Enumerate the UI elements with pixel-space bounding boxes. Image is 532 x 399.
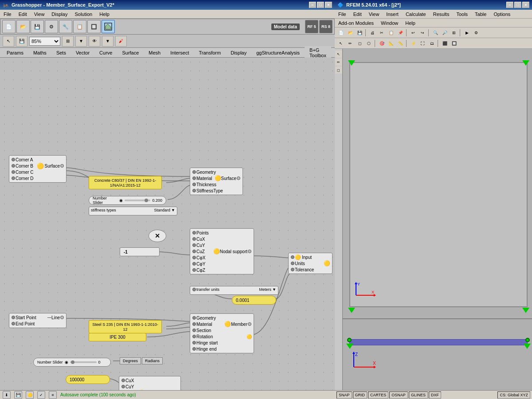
- rfem-tb-new[interactable]: 📄: [336, 29, 345, 37]
- rfem-tb-redo[interactable]: ↪: [418, 29, 427, 37]
- slider-thumb-2[interactable]: [71, 360, 74, 364]
- val-100000-node[interactable]: 100000: [66, 375, 110, 384]
- degrees-btn[interactable]: Degrees: [120, 357, 141, 364]
- tab-transform[interactable]: Transform: [194, 49, 226, 56]
- stiffness-node[interactable]: stiffness types Standard ▼: [89, 207, 177, 215]
- toolbar-icon4[interactable]: 🔲: [87, 20, 101, 33]
- rfem-menu-insert[interactable]: Insert: [383, 11, 402, 18]
- rfem-tb2-12[interactable]: 🔲: [450, 39, 458, 47]
- open-btn[interactable]: 📂: [16, 20, 30, 33]
- member-hinge-node[interactable]: CuX CuY CuZ 🟡 Member Hinge CφX CφY CφZ: [119, 376, 181, 390]
- geometry-node[interactable]: Geometry Material 🟡 Surface Thickness St…: [190, 168, 243, 195]
- rfem-bottom-3d-view[interactable]: X Z: [343, 319, 532, 390]
- view-btn[interactable]: ▼: [75, 36, 87, 47]
- cross-node[interactable]: ✕: [149, 230, 166, 242]
- toolbar-icon2[interactable]: 🔧: [59, 20, 72, 33]
- tab-curve[interactable]: Curve: [94, 49, 117, 56]
- rfem-tb2-5[interactable]: 🎯: [377, 39, 386, 47]
- rfem-minimize-btn[interactable]: −: [506, 2, 513, 8]
- rfem-menu-edit[interactable]: Edit: [350, 11, 365, 18]
- save-btn[interactable]: 💾: [31, 20, 44, 33]
- minimize-btn[interactable]: −: [309, 2, 316, 8]
- rfem-3d-view[interactable]: X Y: [343, 49, 532, 390]
- menu-help[interactable]: Help: [96, 11, 113, 18]
- rfem-tb2-10[interactable]: 🗂: [427, 39, 436, 47]
- left-tb-2[interactable]: ✏: [335, 59, 342, 66]
- startend-node[interactable]: Start Point — Line End Point: [9, 313, 66, 328]
- rfem-tb-zoom-all[interactable]: ⊞: [450, 29, 458, 37]
- gh-canvas[interactable]: Corner A Corner B 🟡 Surface Corner C Cor…: [0, 58, 335, 390]
- tab-surface[interactable]: Surface: [117, 49, 144, 56]
- status-grid[interactable]: GRID: [353, 391, 368, 399]
- rfem-tb-zoom-out[interactable]: 🔎: [440, 29, 449, 37]
- rfem-tb-settings[interactable]: ⚙: [472, 29, 481, 37]
- rfem-tb2-1[interactable]: ↖: [336, 39, 345, 47]
- neg1-node[interactable]: -1: [120, 247, 160, 256]
- status-icon1[interactable]: ⬇: [3, 391, 11, 399]
- rfem-close-btn[interactable]: ×: [522, 2, 529, 8]
- toolbar-icon5[interactable]: [102, 20, 115, 33]
- menu-file[interactable]: File: [0, 11, 15, 18]
- rfem-menu-file[interactable]: File: [335, 11, 350, 18]
- number-slider-2[interactable]: Number Slider ◉ 0: [33, 358, 111, 367]
- rfem-menu-table[interactable]: Table: [471, 11, 490, 18]
- rfem-tb-copy[interactable]: 📋: [387, 29, 395, 37]
- rfem-tb-cut[interactable]: ✂: [377, 29, 386, 37]
- rfem-tb2-6[interactable]: 📐: [387, 39, 395, 47]
- status-dxf[interactable]: DXF: [429, 391, 441, 399]
- nodal-support-node[interactable]: Points CuX CuY CuZ 🟡 Nodal support CφX C…: [190, 228, 254, 274]
- paint-btn[interactable]: 🖌: [115, 36, 127, 47]
- rfem-tb-undo[interactable]: ↩: [409, 29, 418, 37]
- slider-track-1[interactable]: [125, 200, 150, 201]
- rfem-tb-save[interactable]: 💾: [355, 29, 364, 37]
- addon-help[interactable]: Help: [402, 20, 419, 27]
- tab-vector[interactable]: Vector: [71, 49, 94, 56]
- close-btn[interactable]: ×: [325, 2, 332, 8]
- status-osnap[interactable]: OSNAP: [389, 391, 408, 399]
- tab-mesh[interactable]: Mesh: [144, 49, 165, 56]
- zoom-select[interactable]: 85% 100% 50%: [29, 37, 60, 46]
- rfem-menu-calc[interactable]: Calculate: [402, 11, 430, 18]
- dropdown-icon[interactable]: ▼: [171, 208, 175, 212]
- slider-track-2[interactable]: [70, 361, 97, 363]
- rfem-maximize-btn[interactable]: □: [514, 2, 521, 8]
- tab-bg[interactable]: B+G Toolbox: [305, 46, 331, 59]
- tab-maths[interactable]: Maths: [28, 49, 51, 56]
- status-glines[interactable]: GLINES: [409, 391, 428, 399]
- tab-display[interactable]: Display: [226, 49, 251, 56]
- tab-intersect[interactable]: Intersect: [165, 49, 194, 56]
- tu-dropdown[interactable]: ▼: [272, 287, 276, 292]
- arrow-btn[interactable]: ↖: [3, 36, 14, 47]
- toolbar-icon1[interactable]: ⚙: [45, 20, 58, 33]
- new-btn[interactable]: 📄: [2, 20, 16, 33]
- rfem-tb2-7[interactable]: 📏: [396, 39, 405, 47]
- rfem-tb-print[interactable]: 🖨: [368, 29, 377, 37]
- rfem-tb-zoom-in[interactable]: 🔍: [431, 29, 440, 37]
- tab-sets[interactable]: Sets: [51, 49, 71, 56]
- status-icon4[interactable]: ✓: [37, 391, 45, 399]
- toolbar-icon3[interactable]: 📋: [73, 20, 86, 33]
- rfem-tb-render[interactable]: ▶: [462, 29, 471, 37]
- left-tb-3[interactable]: ◻: [335, 66, 342, 74]
- ipe-node[interactable]: IPE 300: [89, 333, 146, 341]
- status-icon2[interactable]: 💾: [14, 391, 22, 399]
- rs8-btn[interactable]: RS 8: [319, 20, 332, 33]
- slider-thumb-1[interactable]: [145, 199, 148, 202]
- rfem-tb2-9[interactable]: ⛶: [418, 39, 427, 47]
- menu-display[interactable]: Display: [48, 11, 71, 18]
- grid-btn[interactable]: ⊞: [62, 36, 74, 47]
- addon-window[interactable]: Window: [377, 20, 402, 27]
- rfem-tb2-11[interactable]: ⬛: [440, 39, 449, 47]
- menu-edit[interactable]: Edit: [15, 11, 31, 18]
- menu-solution[interactable]: Solution: [71, 11, 96, 18]
- status-icon3[interactable]: 🟡: [26, 391, 34, 399]
- rfem-tb2-3[interactable]: ◻: [355, 39, 364, 47]
- concrete-node[interactable]: Concrete C80/37 | DIN EN 1992-1-1/NA/A1:…: [89, 176, 162, 189]
- status-cartes[interactable]: CARTES: [368, 391, 388, 399]
- rfem-top-3d-view[interactable]: X Y: [343, 49, 532, 319]
- corners-node[interactable]: Corner A Corner B 🟡 Surface Corner C Cor…: [9, 155, 66, 183]
- rf5-btn[interactable]: RF 5: [305, 20, 318, 33]
- floppy-btn[interactable]: 💾: [16, 36, 27, 47]
- maximize-btn[interactable]: □: [317, 2, 324, 8]
- view2-btn[interactable]: ▼: [102, 36, 113, 47]
